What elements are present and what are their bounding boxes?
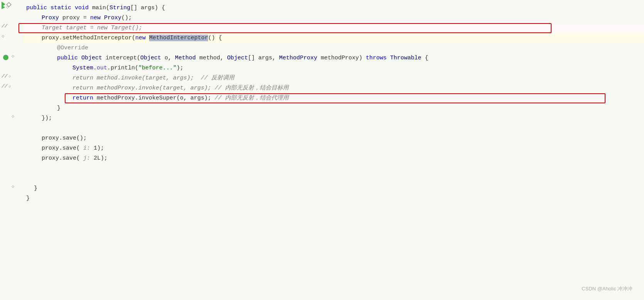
comment-marker-8: // (2, 73, 8, 79)
code-line-2: Proxy proxy = new Proxy(); (23, 13, 644, 23)
red-box-wrapper-2: return methodProxy.invokeSuper(o, args);… (23, 93, 644, 103)
code-content: ▶ ◇ public static void main(String[] arg… (23, 0, 644, 204)
code-line-save2: proxy.save( i: 1); (23, 143, 644, 153)
line-save2-text: proxy.save( i: 1); (26, 143, 104, 153)
code-line-1: ▶ ◇ public static void main(String[] arg… (23, 3, 644, 13)
code-line-close1: ◇ } (23, 184, 644, 194)
code-line-8: // ◇ return method.invoke(target, args);… (23, 73, 644, 83)
line-5-text: @Override (26, 43, 88, 53)
code-line-save3: proxy.save( j: 2L); (23, 153, 644, 163)
fold-icon-close1[interactable]: ◇ (12, 184, 14, 189)
code-line-empty3 (23, 174, 644, 184)
line-2-text: Proxy proxy = new Proxy(); (26, 13, 132, 23)
code-line-10: return methodProxy.invokeSuper(o, args);… (23, 93, 644, 103)
fold-icon-6[interactable]: ◇ (12, 53, 14, 59)
editor-area: ▶ ◇ public static void main(String[] arg… (0, 0, 644, 300)
run-button[interactable]: ▶ (2, 3, 5, 11)
code-line-9: // ◇ return methodProxy.invoke(target, a… (23, 83, 644, 93)
line-7-text: System.out.println("before..."); (26, 63, 183, 73)
line-4-text: proxy.setMethodInterceptor(new MethodInt… (26, 33, 222, 43)
code-line-empty1 (23, 123, 644, 133)
gutter (0, 0, 23, 300)
line-8-text: return method.invoke(target, args); // 反… (26, 73, 234, 83)
fold-icon-8[interactable]: ◇ (8, 74, 11, 79)
watermark-text: CSDN @Aholic 冲冲冲 (582, 286, 632, 292)
code-line-11: } (23, 103, 644, 113)
code-line-close2: } (23, 194, 644, 204)
line-save1-text: proxy.save(); (26, 133, 87, 143)
code-line-7: System.out.println("before..."); (23, 63, 644, 73)
comment-marker-3: // (2, 23, 8, 29)
line-close1-text: } (34, 184, 37, 194)
fold-icon-9[interactable]: ◇ (8, 84, 11, 89)
line-9-text: return methodProxy.invoke(target, args);… (26, 83, 289, 93)
fold-icon-4[interactable]: ◇ (2, 33, 4, 39)
line-1-text: public static void main(String[] args) { (26, 3, 165, 13)
fold-icon-12[interactable]: ◇ (12, 113, 14, 119)
line-6-text: public Object intercept(Object o, Method… (26, 53, 428, 63)
code-line-4: ◇ proxy.setMethodInterceptor(new MethodI… (23, 33, 644, 43)
fold-icon-main[interactable]: ◇ (6, 4, 9, 10)
line-12-text: }); (26, 113, 52, 123)
line-save3-text: proxy.save( j: 2L); (26, 153, 108, 163)
code-line-3: // Target target = new Target(); (23, 23, 644, 33)
line-3-text: Target target = new Target(); (26, 23, 142, 33)
code-line-save1: proxy.save(); (23, 133, 644, 143)
line-close2-text: } (26, 194, 30, 204)
breakpoint-icon[interactable] (3, 55, 8, 60)
line-11-text: } (26, 103, 61, 113)
line-10-text: return methodProxy.invokeSuper(o, args);… (26, 93, 289, 103)
code-line-6: ◇ public Object intercept(Object o, Meth… (23, 53, 644, 63)
red-box-wrapper-1: // Target target = new Target(); (23, 23, 644, 33)
comment-marker-9: // (2, 83, 8, 89)
watermark: CSDN @Aholic 冲冲冲 (582, 285, 632, 292)
code-line-12: ◇ }); (23, 113, 644, 123)
code-line-empty2 (23, 163, 644, 174)
code-line-5: @Override (23, 43, 644, 53)
